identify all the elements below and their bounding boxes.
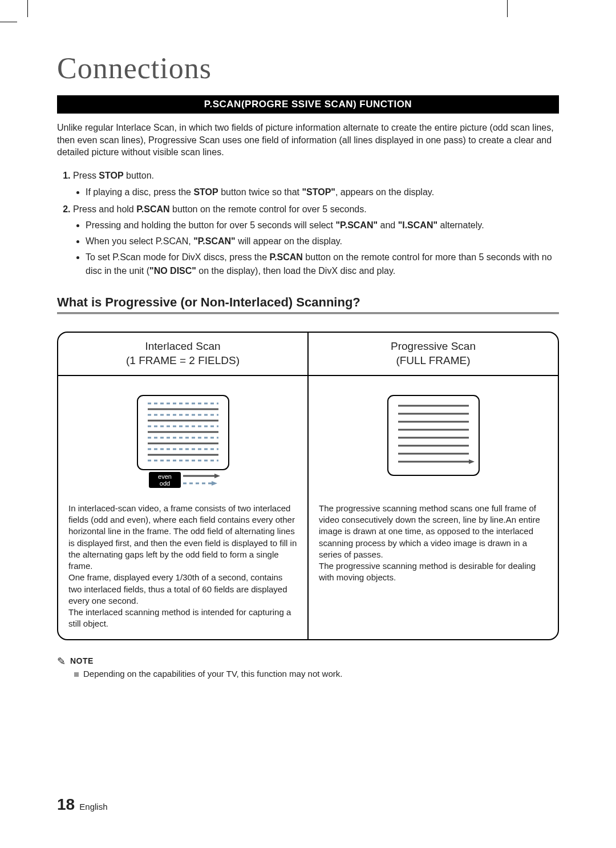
crop-mark <box>27 0 28 17</box>
page-footer: 18 English <box>57 795 108 814</box>
page-number: 18 <box>57 795 75 813</box>
page-language: English <box>79 802 107 811</box>
note-heading: ✎ NOTE <box>57 656 559 667</box>
step-list: Press STOP button. If playing a disc, pr… <box>57 169 559 278</box>
step-1-sublist: If playing a disc, press the STOP button… <box>73 185 559 199</box>
sub-heading: What is Progressive (or Non-Interlaced) … <box>57 295 559 310</box>
manual-page: Connections P.SCAN(PROGRE SSIVE SCAN) FU… <box>0 0 616 848</box>
interlaced-description: In interlaced-scan video, a frame consis… <box>68 503 297 630</box>
progressive-cell: The progressive scanning method scans on… <box>309 376 558 639</box>
step-2-sublist: Pressing and holding the button for over… <box>73 219 559 278</box>
step-1: Press STOP button. If playing a disc, pr… <box>73 169 559 199</box>
crop-mark <box>507 0 508 17</box>
svg-text:even: even <box>158 473 172 480</box>
bullet-square-icon <box>74 672 79 677</box>
step-2-bullet: Pressing and holding the button for over… <box>86 219 559 232</box>
svg-text:odd: odd <box>159 480 169 487</box>
svg-marker-28 <box>469 459 475 464</box>
step-1-bullet: If playing a disc, press the STOP button… <box>86 185 559 199</box>
intro-paragraph: Unlike regular Interlace Scan, in which … <box>57 122 559 159</box>
step-2-bullet: When you select P.SCAN, "P.SCAN" will ap… <box>86 235 559 248</box>
section-bar: P.SCAN(PROGRE SSIVE SCAN) FUNCTION <box>57 95 559 114</box>
interlaced-diagram: even odd <box>68 392 297 491</box>
page-title: Connections <box>57 51 559 85</box>
note-icon: ✎ <box>57 656 66 667</box>
interlaced-heading: Interlaced Scan (1 FRAME = 2 FIELDS) <box>58 333 309 375</box>
comparison-panel: Interlaced Scan (1 FRAME = 2 FIELDS) Pro… <box>57 332 559 640</box>
interlaced-cell: even odd In interlaced-scan video, a fra… <box>58 376 309 639</box>
progressive-heading: Progressive Scan (FULL FRAME) <box>309 333 558 375</box>
svg-marker-18 <box>212 481 217 486</box>
crop-mark <box>0 22 17 22</box>
step-2: Press and hold P.SCAN button on the remo… <box>73 203 559 278</box>
note-body: Depending on the capabilities of your TV… <box>74 669 559 679</box>
svg-rect-19 <box>388 395 479 475</box>
svg-marker-16 <box>214 474 220 478</box>
progressive-diagram <box>319 392 548 491</box>
step-2-bullet: To set P.Scan mode for DivX discs, press… <box>86 251 559 278</box>
progressive-description: The progressive scanning method scans on… <box>319 503 548 584</box>
divider <box>57 312 559 314</box>
